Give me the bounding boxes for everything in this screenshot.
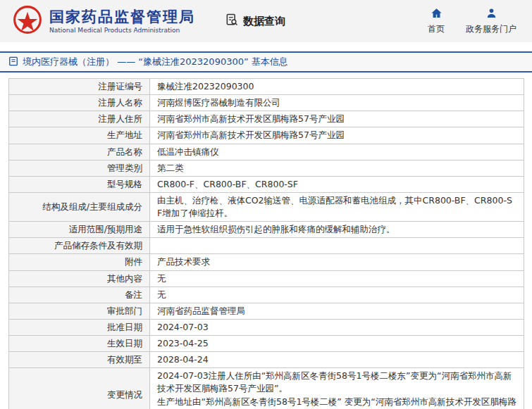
row-label: 型号规格 — [9, 176, 150, 192]
row-value: 河南省郑州市高新技术开发区腊梅路57号产业园 — [150, 111, 524, 127]
row-product-name: 产品名称 低温冲击镇痛仪 — [9, 144, 524, 160]
row-value: 由主机、治疗枪、液体CO2输送管、电源适配器和蓄电池组成，其中CR800-BF、… — [150, 192, 524, 221]
row-registration-cert-number: 注册证编号 豫械注准20232090300 — [9, 79, 524, 95]
row-value: 适用于急性软组织损伤引起的肿胀和疼痛的缓解和辅助治疗。 — [150, 222, 524, 238]
row-label: 注册人住所 — [9, 111, 150, 127]
document-search-icon — [225, 13, 239, 30]
row-value: 2023-04-25 — [150, 336, 524, 352]
nav-home[interactable]: 首页 — [428, 7, 445, 35]
row-other-content: 其他内容 无 — [9, 270, 524, 287]
row-label: 注册证编号 — [9, 79, 150, 95]
row-label: 适用范围/预期用途 — [9, 222, 150, 238]
row-value: 2028-04-24 — [150, 352, 524, 368]
row-management-category: 管理类别 第二类 — [9, 160, 524, 176]
breadcrumb: 境内医疗器械（注册） —— “豫械注准20232090300” 基本信息 — [0, 51, 532, 73]
agency-brand[interactable]: 国家药品监督管理局 National Medical Products Admi… — [13, 5, 195, 37]
row-label: 结构及组成/主要组成成分 — [9, 192, 150, 221]
row-label: 产品名称 — [9, 144, 150, 160]
row-value: 无 — [150, 270, 524, 287]
agency-name-en: National Medical Products Administration — [49, 27, 195, 34]
row-expiry-date: 有效期至 2028-04-24 — [9, 352, 524, 368]
nav-home-label: 首页 — [428, 23, 445, 35]
row-value: 河南省郑州市高新技术开发区腊梅路57号产业园 — [150, 127, 524, 144]
row-label: 备注 — [9, 287, 150, 303]
row-value: 第二类 — [150, 160, 524, 176]
row-change-history: 变更情况 2024-07-03注册人住所由“郑州高新区冬青街58号1号楼二楼东”… — [9, 368, 524, 409]
row-value: 产品技术要求 — [150, 254, 524, 270]
national-emblem-icon — [13, 5, 42, 37]
nav-portal[interactable]: 政务服务门户 — [466, 7, 516, 35]
row-label: 附件 — [9, 254, 150, 270]
row-attachment: 附件 产品技术要求 — [9, 254, 524, 270]
row-label: 管理类别 — [9, 160, 150, 176]
row-label: 其他内容 — [9, 270, 150, 287]
row-structure-composition: 结构及组成/主要组成成分 由主机、治疗枪、液体CO2输送管、电源适配器和蓄电池组… — [9, 192, 524, 221]
row-model-specification: 型号规格 CR800-F、CR800-BF、CR800-SF — [9, 176, 524, 192]
row-label: 批准日期 — [9, 319, 150, 335]
site-header: 国家药品监督管理局 National Medical Products Admi… — [0, 0, 532, 42]
row-value: 2024-07-03注册人住所由“郑州高新区冬青街58号1号楼二楼东”变更为“河… — [150, 368, 524, 409]
page-doc-icon — [8, 56, 18, 68]
row-label: 生效日期 — [9, 336, 150, 352]
row-registrant-name: 注册人名称 河南煜博医疗器械制造有限公司 — [9, 95, 524, 111]
row-approval-date: 批准日期 2024-07-03 — [9, 319, 524, 335]
row-label: 生产地址 — [9, 127, 150, 144]
header-nav: 首页 政务服务门户 — [428, 7, 519, 35]
row-value: 2024-07-03 — [150, 319, 524, 335]
row-value: 河南煜博医疗器械制造有限公司 — [150, 95, 524, 111]
page-title: 境内医疗器械（注册） —— “豫械注准20232090300” 基本信息 — [23, 56, 288, 68]
row-value: 河南省药品监督管理局 — [150, 303, 524, 319]
row-value: 豫械注准20232090300 — [150, 79, 524, 95]
row-remarks: 备注 无 — [9, 287, 524, 303]
home-icon — [431, 7, 443, 21]
nav-data-query[interactable]: 数据查询 — [225, 13, 285, 30]
row-effective-date: 生效日期 2023-04-25 — [9, 336, 524, 352]
nav-portal-label: 政务服务门户 — [466, 23, 516, 35]
row-value: CR800-F、CR800-BF、CR800-SF — [150, 176, 524, 192]
row-production-address: 生产地址 河南省郑州市高新技术开发区腊梅路57号产业园 — [9, 127, 524, 144]
row-label: 变更情况 — [9, 368, 150, 409]
row-value: 无 — [150, 287, 524, 303]
row-intended-use: 适用范围/预期用途 适用于急性软组织损伤引起的肿胀和疼痛的缓解和辅助治疗。 — [9, 222, 524, 238]
row-value — [150, 238, 524, 254]
agency-name: 国家药品监督管理局 — [49, 8, 195, 25]
row-label: 产品储存条件及有效期 — [9, 238, 150, 254]
row-label: 注册人名称 — [9, 95, 150, 111]
person-icon — [485, 7, 497, 21]
row-approval-department: 审批部门 河南省药品监督管理局 — [9, 303, 524, 319]
row-value: 低温冲击镇痛仪 — [150, 144, 524, 160]
row-label: 有效期至 — [9, 352, 150, 368]
data-query-label: 数据查询 — [243, 15, 285, 28]
registration-info-table: 注册证编号 豫械注准20232090300 注册人名称 河南煜博医疗器械制造有限… — [8, 78, 524, 409]
row-label: 审批部门 — [9, 303, 150, 319]
row-registrant-address: 注册人住所 河南省郑州市高新技术开发区腊梅路57号产业园 — [9, 111, 524, 127]
row-storage-conditions: 产品储存条件及有效期 — [9, 238, 524, 254]
